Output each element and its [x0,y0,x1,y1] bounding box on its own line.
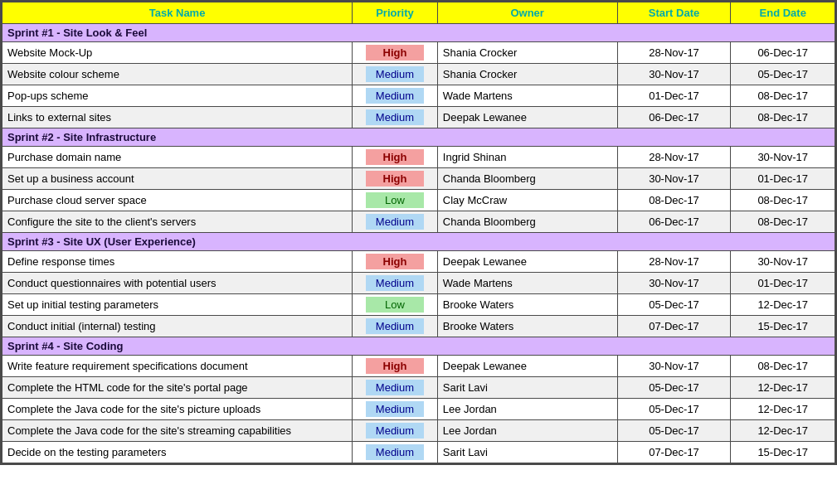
owner-cell: Brooke Waters [437,316,617,337]
start-date-cell: 06-Dec-17 [617,107,731,128]
end-date-cell: 08-Dec-17 [731,211,835,233]
sprint-header-label: Sprint #2 - Site Infrastructure [2,128,835,147]
end-date-cell: 12-Dec-17 [731,420,835,442]
priority-badge: Medium [366,401,424,417]
end-date-cell: 15-Dec-17 [731,442,835,463]
table-body: Sprint #1 - Site Look & Feel Website Moc… [2,24,835,463]
priority-cell: Low [353,294,438,316]
task-name-cell: Complete the Java code for the site's st… [2,420,353,442]
header-end-date: End Date [731,2,835,24]
header-row: Task Name Priority Owner Start Date End … [2,2,835,24]
owner-cell: Sarit Lavi [437,442,617,463]
owner-cell: Chanda Bloomberg [437,168,617,190]
table-row: Decide on the testing parameters Medium … [2,442,835,463]
priority-cell: Medium [353,85,438,107]
priority-badge: High [366,45,424,61]
owner-cell: Shania Crocker [437,64,617,85]
end-date-cell: 06-Dec-17 [731,42,835,64]
task-name-cell: Purchase cloud server space [2,190,353,211]
sprint-header-row: Sprint #3 - Site UX (User Experience) [2,233,835,251]
priority-cell: Low [353,190,438,211]
sprint-header-row: Sprint #2 - Site Infrastructure [2,128,835,147]
end-date-cell: 30-Nov-17 [731,251,835,273]
start-date-cell: 01-Dec-17 [617,85,731,107]
start-date-cell: 30-Nov-17 [617,356,731,377]
priority-badge: High [366,171,424,187]
end-date-cell: 30-Nov-17 [731,147,835,168]
priority-cell: High [353,168,438,190]
task-name-cell: Purchase domain name [2,147,353,168]
start-date-cell: 07-Dec-17 [617,316,731,337]
priority-badge: Medium [366,444,424,460]
table-row: Complete the Java code for the site's st… [2,420,835,442]
owner-cell: Sarit Lavi [437,377,617,399]
owner-cell: Ingrid Shinan [437,147,617,168]
end-date-cell: 08-Dec-17 [731,107,835,128]
table-row: Configure the site to the client's serve… [2,211,835,233]
header-owner: Owner [437,2,617,24]
start-date-cell: 05-Dec-17 [617,294,731,316]
header-task-name: Task Name [2,2,353,24]
task-name-cell: Links to external sites [2,107,353,128]
start-date-cell: 30-Nov-17 [617,64,731,85]
end-date-cell: 01-Dec-17 [731,273,835,294]
owner-cell: Brooke Waters [437,294,617,316]
table-row: Conduct initial (internal) testing Mediu… [2,316,835,337]
start-date-cell: 30-Nov-17 [617,273,731,294]
task-name-cell: Complete the HTML code for the site's po… [2,377,353,399]
task-name-cell: Set up initial testing parameters [2,294,353,316]
owner-cell: Deepak Lewanee [437,356,617,377]
priority-cell: Medium [353,420,438,442]
owner-cell: Deepak Lewanee [437,107,617,128]
task-name-cell: Conduct initial (internal) testing [2,316,353,337]
task-name-cell: Set up a business account [2,168,353,190]
task-name-cell: Website Mock-Up [2,42,353,64]
priority-badge: High [366,254,424,269]
task-name-cell: Website colour scheme [2,64,353,85]
sprint-header-label: Sprint #3 - Site UX (User Experience) [2,233,835,251]
owner-cell: Deepak Lewanee [437,251,617,273]
start-date-cell: 08-Dec-17 [617,190,731,211]
header-priority: Priority [353,2,438,24]
table-row: Set up a business account High Chanda Bl… [2,168,835,190]
priority-cell: Medium [353,211,438,233]
priority-cell: Medium [353,316,438,337]
start-date-cell: 28-Nov-17 [617,147,731,168]
table-row: Purchase domain name High Ingrid Shinan … [2,147,835,168]
task-name-cell: Define response times [2,251,353,273]
priority-badge: Medium [366,423,424,439]
table-row: Conduct questionnaires with potential us… [2,273,835,294]
table-row: Complete the HTML code for the site's po… [2,377,835,399]
main-table-container: Task Name Priority Owner Start Date End … [0,0,837,465]
priority-cell: Medium [353,399,438,420]
priority-cell: High [353,42,438,64]
priority-badge: Medium [366,109,424,125]
sprint-header-row: Sprint #1 - Site Look & Feel [2,24,835,42]
priority-cell: Medium [353,377,438,399]
task-name-cell: Conduct questionnaires with potential us… [2,273,353,294]
table-row: Write feature requirement specifications… [2,356,835,377]
end-date-cell: 08-Dec-17 [731,85,835,107]
table-row: Links to external sites Medium Deepak Le… [2,107,835,128]
end-date-cell: 12-Dec-17 [731,399,835,420]
start-date-cell: 30-Nov-17 [617,168,731,190]
task-table: Task Name Priority Owner Start Date End … [2,2,835,463]
sprint-header-label: Sprint #4 - Site Coding [2,337,835,356]
start-date-cell: 05-Dec-17 [617,377,731,399]
table-row: Complete the Java code for the site's pi… [2,399,835,420]
task-name-cell: Complete the Java code for the site's pi… [2,399,353,420]
priority-cell: Medium [353,64,438,85]
priority-cell: Medium [353,107,438,128]
start-date-cell: 28-Nov-17 [617,42,731,64]
priority-cell: Medium [353,442,438,463]
priority-cell: High [353,356,438,377]
priority-badge: Low [366,192,424,208]
priority-badge: Low [366,297,424,313]
header-start-date: Start Date [617,2,731,24]
table-row: Set up initial testing parameters Low Br… [2,294,835,316]
owner-cell: Wade Martens [437,85,617,107]
owner-cell: Wade Martens [437,273,617,294]
start-date-cell: 28-Nov-17 [617,251,731,273]
task-name-cell: Pop-ups scheme [2,85,353,107]
priority-badge: Medium [366,380,424,395]
